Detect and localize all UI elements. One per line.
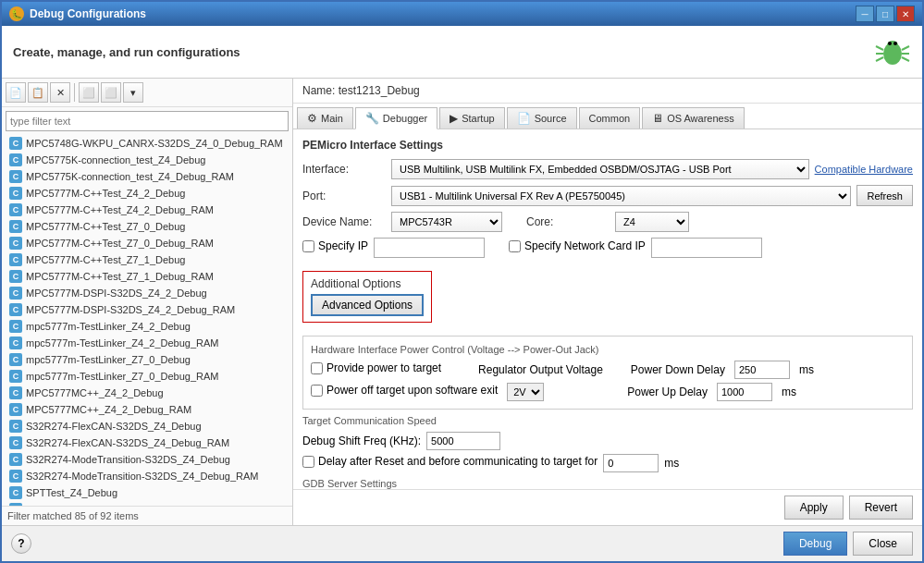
revert-button[interactable]: Revert — [849, 496, 913, 520]
config-icon: C — [9, 237, 22, 250]
close-window-button[interactable]: ✕ — [896, 6, 915, 22]
close-button[interactable]: Close — [853, 532, 913, 556]
name-bar: Name: test1213_Debug — [293, 79, 922, 104]
bottom-right-buttons: Debug Close — [783, 532, 913, 556]
new-config-button[interactable]: 📄 — [6, 82, 26, 103]
main-tab-icon: ⚙ — [307, 112, 317, 125]
tree-item-s32r-4[interactable]: CS32R274-ModeTransition-S32DS_Z4_Debug_R… — [2, 468, 292, 484]
header: Create, manage, and run configurations — [2, 26, 922, 79]
tree-item-mpc5777m-2[interactable]: CMPC5777M-C++Test_Z4_2_Debug_RAM — [2, 202, 292, 218]
collapse-button[interactable]: ⬜ — [101, 82, 121, 103]
specify-ip-row: Specify IP Specify Network Card IP — [302, 238, 913, 258]
maximize-button[interactable]: □ — [876, 6, 894, 22]
config-icon: C — [9, 370, 22, 383]
target-speed-title: Target Communication Speed — [302, 415, 913, 426]
bug-icon — [874, 33, 911, 70]
regulator-label: Regulator Output Voltage — [478, 363, 603, 376]
tree-item-mpc5777m-7[interactable]: CMPC5777M-DSPI-S32DS_Z4_2_Debug — [2, 285, 292, 301]
delay-checkbox[interactable] — [302, 456, 314, 468]
tree-item-mpc5777m-4[interactable]: CMPC5777M-C++Test_Z7_0_Debug_RAM — [2, 235, 292, 251]
tab-os-label: OS Awareness — [667, 113, 734, 124]
tab-startup[interactable]: ▶ Startup — [439, 107, 504, 129]
port-select[interactable]: USB1 - Multilink Universal FX Rev A (PE5… — [391, 186, 851, 206]
tab-source[interactable]: 📄 Source — [507, 107, 577, 129]
specify-ip-checkbox-row[interactable]: Specify IP — [302, 239, 368, 252]
tree-item-mpc5777m-1[interactable]: CMPC5777M-C++Test_Z4_2_Debug — [2, 185, 292, 202]
svg-line-5 — [902, 46, 909, 50]
tree-item-s32r-2[interactable]: CS32R274-FlexCAN-S32DS_Z4_Debug_RAM — [2, 434, 292, 451]
power-off-row[interactable]: Power off target upon software exit — [311, 384, 498, 397]
compatible-hardware-link[interactable]: Compatible Hardware — [815, 164, 913, 175]
refresh-button[interactable]: Refresh — [856, 185, 913, 206]
tab-bar: ⚙ Main 🔧 Debugger ▶ Startup 📄 Source Com… — [293, 104, 922, 129]
filter-input[interactable] — [6, 111, 289, 131]
tab-debugger[interactable]: 🔧 Debugger — [355, 107, 437, 129]
debugger-tab-icon: 🔧 — [365, 112, 379, 125]
tree-item-mpc5748g[interactable]: CMPC5748G-WKPU_CANRX-S32DS_Z4_0_Debug_RA… — [2, 135, 292, 152]
config-icon: C — [9, 403, 22, 416]
tree-item-s32r-3[interactable]: CS32R274-ModeTransition-S32DS_Z4_Debug — [2, 451, 292, 468]
debug-shift-row: Debug Shift Freq (KHz): — [302, 432, 913, 450]
window-controls: ─ □ ✕ — [856, 6, 915, 22]
delete-button[interactable]: ✕ — [50, 82, 70, 103]
advanced-options-button[interactable]: Advanced Options — [311, 294, 424, 316]
tree-item-mpc5777mc-2[interactable]: CMPC5777MC++_Z4_2_Debug_RAM — [2, 401, 292, 418]
duplicate-button[interactable]: 📋 — [28, 82, 48, 103]
source-tab-icon: 📄 — [517, 112, 531, 125]
tree-item-mpc5777m-6[interactable]: CMPC5777M-C++Test_Z7_1_Debug_RAM — [2, 268, 292, 285]
device-name-select[interactable]: MPC5743R — [391, 212, 502, 232]
os-tab-icon: 🖥 — [652, 112, 663, 125]
toolbar-separator-1 — [74, 83, 75, 102]
apply-button[interactable]: Apply — [784, 496, 844, 520]
voltage-select[interactable]: 2V — [507, 383, 544, 401]
tree-item-mpc5777m-11[interactable]: Cmpc5777m-TestLinker_Z7_0_Debug — [2, 351, 292, 368]
tree-item-spt-1[interactable]: CSPTTest_Z4_Debug — [2, 484, 292, 501]
tree-item-mpc5777mc-1[interactable]: CMPC5777MC++_Z4_2_Debug — [2, 385, 292, 401]
delay-checkbox-row[interactable]: Delay after Reset and before communicati… — [302, 455, 598, 468]
svg-line-4 — [876, 57, 883, 61]
core-label: Core: — [526, 215, 610, 228]
specify-ip-input[interactable] — [374, 238, 485, 258]
specify-network-checkbox-row[interactable]: Specify Network Card IP — [509, 239, 646, 252]
interface-select[interactable]: USB Multilink, USB Multilink FX, Embedde… — [391, 159, 809, 179]
bottom-bar: ? Debug Close — [2, 525, 922, 561]
filter-button[interactable]: ⬜ — [79, 82, 99, 103]
minimize-button[interactable]: ─ — [856, 6, 874, 22]
tree-item-mpc5777m-5[interactable]: CMPC5777M-C++Test_Z7_1_Debug — [2, 251, 292, 268]
tree-item-mpc5777m-12[interactable]: Cmpc5777m-TestLinker_Z7_0_Debug_RAM — [2, 368, 292, 385]
tab-common-label: Common — [589, 113, 631, 124]
header-title: Create, manage, and run configurations — [13, 45, 240, 59]
core-select[interactable]: Z4 — [615, 212, 689, 232]
provide-power-checkbox[interactable] — [311, 362, 323, 374]
tree-item-mpc5777m-3[interactable]: CMPC5777M-C++Test_Z7_0_Debug — [2, 218, 292, 235]
tree-item-s32r-1[interactable]: CS32R274-FlexCAN-S32DS_Z4_Debug — [2, 418, 292, 434]
tree-item-mpc5775k-1[interactable]: CMPC5775K-connection_test_Z4_Debug — [2, 152, 292, 168]
tree-item-mpc5777m-9[interactable]: Cmpc5777m-TestLinker_Z4_2_Debug — [2, 318, 292, 335]
tree-item-mpc5775k-2[interactable]: CMPC5775K-connection_test_Z4_Debug_RAM — [2, 168, 292, 185]
startup-tab-icon: ▶ — [450, 112, 458, 125]
power-down-delay-input[interactable] — [734, 361, 790, 379]
tab-os-awareness[interactable]: 🖥 OS Awareness — [642, 107, 745, 129]
tree-item-mpc5777m-8[interactable]: CMPC5777M-DSPI-S32DS_Z4_2_Debug_RAM — [2, 301, 292, 318]
config-icon: C — [9, 270, 22, 283]
provide-power-row[interactable]: Provide power to target — [311, 361, 441, 374]
specify-ip-checkbox[interactable] — [302, 240, 314, 252]
help-button[interactable]: ? — [11, 533, 31, 554]
debug-shift-input[interactable] — [426, 432, 500, 450]
delay-input[interactable] — [603, 454, 659, 472]
window-title: Debug Configurations — [30, 7, 146, 20]
tab-common[interactable]: Common — [579, 107, 641, 129]
tree-items: CMPC5748G-WKPU_CANRX-S32DS_Z4_0_Debug_RA… — [2, 135, 292, 506]
specify-network-checkbox[interactable] — [509, 240, 521, 252]
config-icon: C — [9, 420, 22, 433]
tab-main[interactable]: ⚙ Main — [297, 107, 353, 129]
power-up-delay-input[interactable] — [717, 383, 772, 401]
config-icon: C — [9, 353, 22, 366]
menu-button[interactable]: ▾ — [123, 82, 143, 103]
debug-button[interactable]: Debug — [783, 532, 847, 556]
power-off-checkbox[interactable] — [311, 385, 323, 397]
config-icon: C — [9, 137, 22, 150]
gdb-server-title: GDB Server Settings — [302, 478, 913, 489]
tree-item-mpc5777m-10[interactable]: Cmpc5777m-TestLinker_Z4_2_Debug_RAM — [2, 335, 292, 351]
specify-network-input[interactable] — [651, 238, 762, 258]
